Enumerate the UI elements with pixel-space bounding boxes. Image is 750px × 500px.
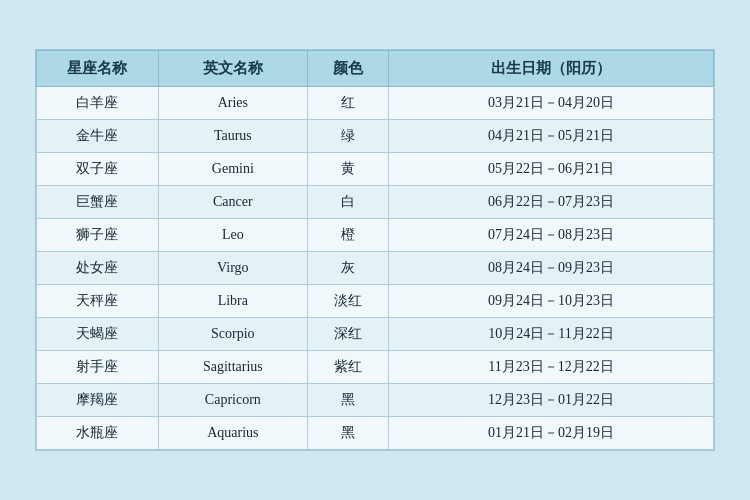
cell-date: 03月21日－04月20日 [389,87,714,120]
cell-en: Virgo [158,252,307,285]
cell-color: 白 [307,186,388,219]
cell-en: Sagittarius [158,351,307,384]
cell-zh: 巨蟹座 [37,186,159,219]
table-row: 水瓶座Aquarius黑01月21日－02月19日 [37,417,714,450]
cell-color: 红 [307,87,388,120]
cell-date: 08月24日－09月23日 [389,252,714,285]
cell-color: 深红 [307,318,388,351]
zodiac-table-container: 星座名称 英文名称 颜色 出生日期（阳历） 白羊座Aries红03月21日－04… [35,49,715,451]
cell-date: 10月24日－11月22日 [389,318,714,351]
table-row: 双子座Gemini黄05月22日－06月21日 [37,153,714,186]
cell-date: 12月23日－01月22日 [389,384,714,417]
zodiac-table: 星座名称 英文名称 颜色 出生日期（阳历） 白羊座Aries红03月21日－04… [36,50,714,450]
cell-en: Taurus [158,120,307,153]
cell-zh: 摩羯座 [37,384,159,417]
table-row: 摩羯座Capricorn黑12月23日－01月22日 [37,384,714,417]
cell-zh: 水瓶座 [37,417,159,450]
header-color: 颜色 [307,51,388,87]
cell-color: 紫红 [307,351,388,384]
table-body: 白羊座Aries红03月21日－04月20日金牛座Taurus绿04月21日－0… [37,87,714,450]
header-zh: 星座名称 [37,51,159,87]
cell-date: 04月21日－05月21日 [389,120,714,153]
cell-en: Aries [158,87,307,120]
cell-date: 05月22日－06月21日 [389,153,714,186]
cell-color: 黑 [307,417,388,450]
header-en: 英文名称 [158,51,307,87]
table-row: 处女座Virgo灰08月24日－09月23日 [37,252,714,285]
cell-date: 11月23日－12月22日 [389,351,714,384]
cell-color: 橙 [307,219,388,252]
header-date: 出生日期（阳历） [389,51,714,87]
cell-en: Capricorn [158,384,307,417]
cell-date: 01月21日－02月19日 [389,417,714,450]
cell-color: 灰 [307,252,388,285]
cell-zh: 白羊座 [37,87,159,120]
table-row: 白羊座Aries红03月21日－04月20日 [37,87,714,120]
table-row: 射手座Sagittarius紫红11月23日－12月22日 [37,351,714,384]
cell-date: 09月24日－10月23日 [389,285,714,318]
table-row: 狮子座Leo橙07月24日－08月23日 [37,219,714,252]
cell-zh: 处女座 [37,252,159,285]
cell-en: Leo [158,219,307,252]
cell-color: 淡红 [307,285,388,318]
table-row: 巨蟹座Cancer白06月22日－07月23日 [37,186,714,219]
cell-en: Libra [158,285,307,318]
cell-zh: 射手座 [37,351,159,384]
cell-en: Scorpio [158,318,307,351]
cell-en: Gemini [158,153,307,186]
cell-date: 06月22日－07月23日 [389,186,714,219]
cell-zh: 天秤座 [37,285,159,318]
cell-color: 绿 [307,120,388,153]
table-row: 天蝎座Scorpio深红10月24日－11月22日 [37,318,714,351]
cell-color: 黄 [307,153,388,186]
cell-zh: 天蝎座 [37,318,159,351]
cell-en: Cancer [158,186,307,219]
table-header-row: 星座名称 英文名称 颜色 出生日期（阳历） [37,51,714,87]
cell-zh: 狮子座 [37,219,159,252]
cell-en: Aquarius [158,417,307,450]
cell-zh: 双子座 [37,153,159,186]
cell-color: 黑 [307,384,388,417]
cell-zh: 金牛座 [37,120,159,153]
table-row: 金牛座Taurus绿04月21日－05月21日 [37,120,714,153]
cell-date: 07月24日－08月23日 [389,219,714,252]
table-row: 天秤座Libra淡红09月24日－10月23日 [37,285,714,318]
